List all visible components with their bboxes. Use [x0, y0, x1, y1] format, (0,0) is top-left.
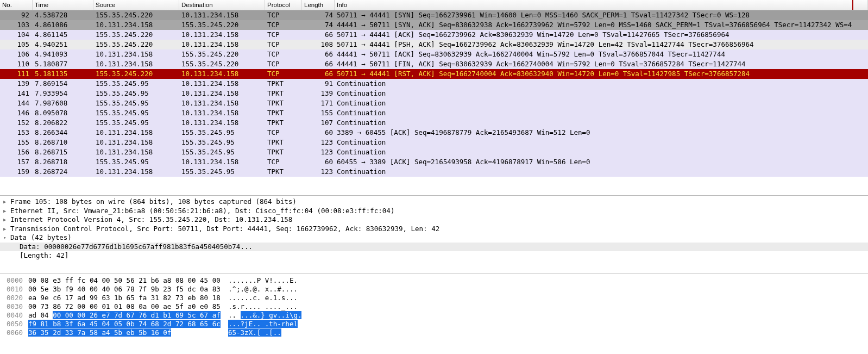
chevron-right-icon: ▶: [3, 225, 9, 234]
packet-list[interactable]: 924.538728155.35.245.22010.131.234.158TC…: [0, 10, 868, 195]
tree-tcp[interactable]: ▶Transmission Control Protocol, Src Port…: [0, 225, 868, 234]
col-no[interactable]: No.: [0, 0, 33, 10]
packet-row[interactable]: 1568.26871510.131.234.158155.35.245.95TP…: [0, 147, 868, 157]
hex-row[interactable]: 001000 5e 3b f9 40 00 40 06 78 7f 9b 23 …: [3, 285, 865, 294]
packet-row[interactable]: 1558.26871010.131.234.158155.35.245.95TP…: [0, 138, 868, 147]
hex-dump[interactable]: 000000 08 e3 ff fc 04 00 50 56 21 b6 a8 …: [0, 274, 868, 354]
packet-details-tree[interactable]: ▶Frame 105: 108 bytes on wire (864 bits)…: [0, 196, 868, 274]
packet-row[interactable]: 1447.987608155.35.245.9510.131.234.158TP…: [0, 98, 868, 108]
tree-frame[interactable]: ▶Frame 105: 108 bytes on wire (864 bits)…: [0, 197, 868, 207]
chevron-right-icon: ▶: [3, 207, 9, 216]
packet-row[interactable]: 1538.26634410.131.234.158155.35.245.95TC…: [0, 128, 868, 138]
hex-row[interactable]: 000000 08 e3 ff fc 04 00 50 56 21 b6 a8 …: [3, 276, 865, 285]
packet-row[interactable]: 1034.86108610.131.234.158155.35.245.220T…: [0, 20, 868, 30]
tree-data-data[interactable]: Data: 00000026e77d6776d1b1695c67aff981b8…: [0, 243, 868, 252]
hex-row[interactable]: 0040ad 04 00 00 00 26 e7 7d 67 76 d1 b1 …: [3, 311, 865, 320]
chevron-right-icon: ▶: [3, 197, 9, 207]
col-protocol[interactable]: Protocol: [265, 0, 302, 10]
packet-row[interactable]: 1064.94109310.131.234.158155.35.245.220T…: [0, 49, 868, 59]
packet-list-header[interactable]: No. Time Source Destination Protocol Len…: [0, 0, 868, 10]
tree-data[interactable]: ▾Data (42 bytes): [0, 233, 868, 243]
packet-row[interactable]: 1044.861145155.35.245.22010.131.234.158T…: [0, 30, 868, 40]
col-info[interactable]: Info: [335, 0, 868, 10]
hex-row[interactable]: 003000 73 86 72 00 00 01 01 08 0a 00 ae …: [3, 302, 865, 311]
packet-row[interactable]: 1397.869154155.35.245.9510.131.234.158TP…: [0, 79, 868, 89]
tree-data-length[interactable]: [Length: 42]: [0, 251, 868, 260]
packet-row[interactable]: 1528.206822155.35.245.9510.131.234.158TP…: [0, 118, 868, 128]
packet-row[interactable]: 1578.268718155.35.245.9510.131.234.158TC…: [0, 157, 868, 167]
attention-marker: [852, 0, 853, 10]
packet-row[interactable]: 1105.18087710.131.234.158155.35.245.220T…: [0, 59, 868, 69]
hex-row[interactable]: 0050f9 81 b8 3f 6a 45 04 05 0b 74 68 2d …: [3, 320, 865, 328]
tree-ip[interactable]: ▶Internet Protocol Version 4, Src: 155.3…: [0, 215, 868, 225]
col-length[interactable]: Length: [302, 0, 335, 10]
hex-row[interactable]: 0020ea 9e c6 17 ad 99 63 1b 65 fa 31 82 …: [3, 294, 865, 302]
packet-row[interactable]: 1417.933954155.35.245.9510.131.234.158TP…: [0, 89, 868, 98]
packet-row[interactable]: 1115.181135155.35.245.22010.131.234.158T…: [0, 69, 868, 79]
tree-ethernet[interactable]: ▶Ethernet II, Src: Vmware_21:b6:a8 (00:5…: [0, 207, 868, 216]
col-source[interactable]: Source: [93, 0, 179, 10]
packet-row[interactable]: 924.538728155.35.245.22010.131.234.158TC…: [0, 10, 868, 20]
packet-row[interactable]: 1598.26872410.131.234.158155.35.245.95TP…: [0, 167, 868, 177]
packet-row[interactable]: 1054.940251155.35.245.22010.131.234.158T…: [0, 40, 868, 49]
packet-row[interactable]: 1468.095078155.35.245.9510.131.234.158TP…: [0, 108, 868, 118]
col-destination[interactable]: Destination: [179, 0, 265, 10]
chevron-down-icon: ▾: [3, 233, 9, 243]
chevron-right-icon: ▶: [3, 215, 9, 225]
col-time[interactable]: Time: [33, 0, 93, 10]
hex-row[interactable]: 006036 35 2d 33 7a 58 a4 5b eb 5b 16 0f6…: [3, 328, 865, 337]
